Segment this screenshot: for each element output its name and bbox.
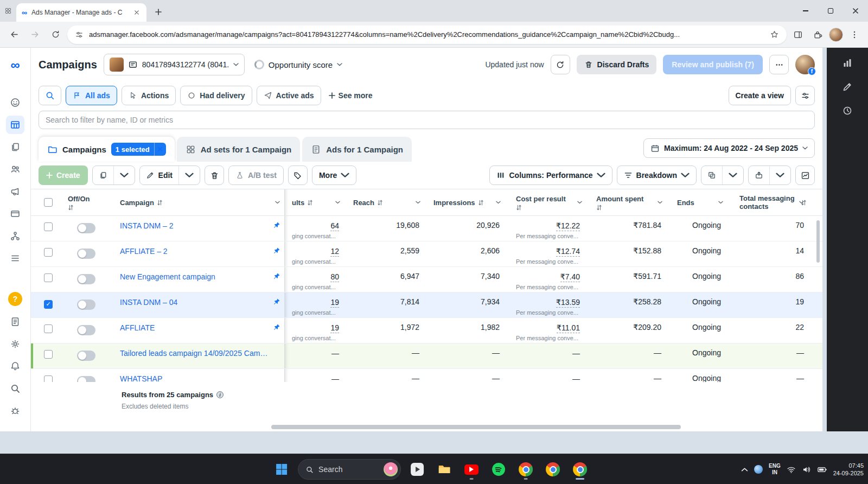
- clear-selection-icon[interactable]: [154, 143, 166, 156]
- rail-updates-icon[interactable]: [6, 313, 24, 331]
- select-all-checkbox[interactable]: [44, 198, 53, 207]
- campaign-off-on-toggle[interactable]: [77, 300, 95, 310]
- row-checkbox[interactable]: [44, 324, 53, 333]
- date-range-selector[interactable]: Maximum: 24 Aug 2022 - 24 Sep 2025: [643, 138, 815, 158]
- url-text[interactable]: adsmanager.facebook.com/adsmanager/manag…: [89, 30, 764, 39]
- create-a-view-button[interactable]: Create a view: [729, 86, 792, 105]
- table-row[interactable]: New Engagement campaign 80 ging conversa…: [31, 267, 822, 292]
- column-header-spent[interactable]: Amount spent: [586, 195, 667, 211]
- battery-icon[interactable]: [817, 464, 827, 475]
- app-icon-file-explorer[interactable]: [433, 458, 455, 480]
- rail-search-icon[interactable]: [6, 379, 24, 398]
- rail-ads-reporting-icon[interactable]: [6, 182, 24, 201]
- app-icon-youtube[interactable]: [461, 458, 482, 480]
- campaign-link[interactable]: New Engagement campaign: [120, 272, 270, 282]
- filter-chip-active-ads[interactable]: Active ads: [257, 86, 321, 105]
- rail-all-tools-icon[interactable]: [6, 249, 24, 268]
- address-bar[interactable]: adsmanager.facebook.com/adsmanager/manag…: [67, 26, 787, 44]
- delete-button[interactable]: [205, 165, 224, 185]
- table-row[interactable]: AFFLIATE – 2 12 ging conversat... 2,559 …: [31, 241, 822, 267]
- chevron-down-icon[interactable]: [577, 201, 582, 204]
- rail-pages-icon[interactable]: [6, 138, 24, 156]
- site-settings-icon[interactable]: [75, 30, 84, 39]
- info-icon[interactable]: [216, 391, 224, 398]
- bookmark-star-icon[interactable]: [770, 30, 779, 39]
- campaign-link[interactable]: WHATSHAP: [120, 374, 270, 382]
- rail-report-bug-icon[interactable]: [6, 402, 24, 420]
- row-checkbox[interactable]: [44, 350, 53, 359]
- rail-audiences-icon[interactable]: [6, 160, 24, 179]
- hidden-icons-chevron[interactable]: [741, 466, 748, 473]
- campaign-link[interactable]: AFFLIATE – 2: [120, 246, 270, 257]
- column-header-reach[interactable]: Reach: [344, 199, 425, 207]
- column-header-impressions[interactable]: Impressions: [425, 199, 505, 207]
- filter-chip-actions[interactable]: Actions: [122, 86, 176, 105]
- table-row[interactable]: WHATSHAP — — — — — Ongoing —: [31, 369, 822, 382]
- table-row[interactable]: AFFLIATE 19 ging conversat... 1,972 1,98…: [31, 318, 822, 343]
- row-checkbox[interactable]: [44, 375, 53, 382]
- search-filter-input[interactable]: [39, 111, 815, 129]
- new-tab-button[interactable]: [151, 4, 166, 20]
- wifi-icon[interactable]: [787, 465, 796, 474]
- app-icon-spotify[interactable]: [488, 458, 509, 480]
- campaign-link[interactable]: INSTA DNM – 04: [120, 297, 270, 308]
- rail-settings-icon[interactable]: [6, 335, 24, 353]
- charts-button[interactable]: [795, 165, 815, 185]
- chevron-down-icon[interactable]: [335, 201, 340, 204]
- rail-notifications-icon[interactable]: [6, 357, 24, 375]
- extensions-icon[interactable]: [809, 27, 826, 43]
- rail-billing-icon[interactable]: [6, 205, 24, 223]
- chevron-down-icon[interactable]: [658, 201, 662, 204]
- vertical-scrollbar[interactable]: [816, 220, 820, 263]
- reports-dropdown[interactable]: [722, 166, 743, 184]
- see-more-button[interactable]: See more: [326, 91, 376, 100]
- campaign-off-on-toggle[interactable]: [77, 223, 95, 233]
- chevron-down-icon[interactable]: [275, 201, 280, 204]
- rail-home-icon[interactable]: [6, 93, 24, 112]
- app-icon-chrome-2[interactable]: [542, 458, 564, 480]
- help-icon[interactable]: ?: [8, 292, 22, 306]
- back-button[interactable]: [5, 26, 23, 43]
- side-panel-icon[interactable]: [790, 27, 806, 43]
- campaign-off-on-toggle[interactable]: [77, 325, 95, 335]
- columns-button[interactable]: Columns: Performance: [489, 165, 612, 185]
- chevron-down-icon[interactable]: [416, 201, 420, 204]
- chevron-down-icon[interactable]: [496, 201, 501, 204]
- browser-menu-icon[interactable]: [846, 27, 863, 43]
- user-avatar[interactable]: f: [795, 55, 815, 74]
- discard-drafts-button[interactable]: Discard Drafts: [577, 55, 657, 74]
- panel-history-icon[interactable]: [842, 105, 853, 116]
- reload-button[interactable]: [47, 26, 64, 43]
- column-header-offon[interactable]: Off/On: [60, 195, 112, 211]
- campaign-off-on-toggle[interactable]: [77, 249, 95, 259]
- tab-close-icon[interactable]: [132, 8, 141, 17]
- tray-widget-icon[interactable]: [754, 465, 763, 474]
- export-button[interactable]: [749, 166, 769, 184]
- filter-chip-had-delivery[interactable]: Had delivery: [180, 86, 252, 105]
- rail-assets-icon[interactable]: [6, 227, 24, 245]
- column-header-ends[interactable]: Ends: [667, 199, 727, 207]
- table-row[interactable]: Tailored leads campaign 14/09/2025 Campa…: [31, 343, 822, 369]
- filter-chip-all-ads[interactable]: All ads: [66, 86, 117, 105]
- breakdown-button[interactable]: Breakdown: [617, 165, 697, 185]
- edit-button[interactable]: Edit: [140, 166, 178, 184]
- start-button[interactable]: [271, 458, 292, 480]
- row-checkbox[interactable]: [44, 248, 53, 257]
- reports-button[interactable]: [701, 166, 722, 184]
- language-indicator[interactable]: ENG IN: [769, 463, 781, 476]
- close-button[interactable]: [843, 0, 868, 22]
- column-header-campaign[interactable]: Campaign: [112, 189, 285, 215]
- campaign-off-on-toggle[interactable]: [77, 376, 95, 382]
- campaign-off-on-toggle[interactable]: [77, 274, 95, 284]
- row-checkbox[interactable]: [44, 222, 53, 231]
- tag-button[interactable]: [288, 165, 308, 185]
- row-checkbox[interactable]: [44, 300, 53, 309]
- campaign-link[interactable]: AFFLIATE: [120, 323, 270, 333]
- column-header-contacts[interactable]: Total messaging contacts: [727, 194, 808, 211]
- panel-stats-icon[interactable]: [842, 58, 853, 68]
- tab-campaigns[interactable]: Campaigns 1 selected: [39, 137, 175, 162]
- volume-icon[interactable]: [802, 465, 811, 474]
- ab-test-button[interactable]: A/B test: [228, 165, 284, 185]
- browser-profile-avatar[interactable]: [829, 28, 843, 42]
- campaign-off-on-toggle[interactable]: [77, 351, 95, 361]
